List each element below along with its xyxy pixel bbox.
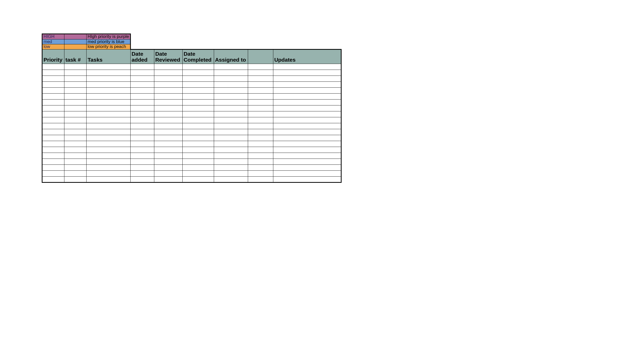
cell[interactable] bbox=[87, 123, 131, 129]
cell[interactable] bbox=[87, 111, 131, 117]
cell[interactable] bbox=[273, 105, 341, 111]
cell[interactable] bbox=[182, 88, 214, 94]
cell[interactable] bbox=[214, 129, 248, 135]
cell[interactable] bbox=[273, 117, 341, 123]
legend-desc-low[interactable]: low priority is peach bbox=[87, 44, 131, 50]
cell[interactable] bbox=[273, 177, 341, 183]
cell[interactable] bbox=[64, 141, 87, 147]
cell[interactable] bbox=[273, 153, 341, 159]
cell[interactable] bbox=[248, 70, 273, 76]
cell[interactable] bbox=[64, 70, 87, 76]
cell[interactable] bbox=[154, 147, 182, 153]
cell[interactable] bbox=[64, 64, 87, 70]
cell[interactable] bbox=[214, 100, 248, 105]
cell[interactable] bbox=[87, 129, 131, 135]
cell[interactable] bbox=[64, 165, 87, 171]
cell[interactable] bbox=[154, 123, 182, 129]
cell[interactable] bbox=[182, 94, 214, 100]
cell[interactable] bbox=[154, 94, 182, 100]
cell[interactable] bbox=[182, 171, 214, 177]
cell[interactable] bbox=[130, 100, 154, 105]
cell[interactable] bbox=[154, 70, 182, 76]
header-tasks[interactable]: Tasks bbox=[87, 50, 131, 64]
cell[interactable] bbox=[87, 147, 131, 153]
cell[interactable] bbox=[182, 129, 214, 135]
cell[interactable] bbox=[64, 135, 87, 141]
cell[interactable] bbox=[87, 177, 131, 183]
cell[interactable] bbox=[87, 117, 131, 123]
cell[interactable] bbox=[154, 88, 182, 94]
cell[interactable] bbox=[182, 147, 214, 153]
cell[interactable] bbox=[154, 159, 182, 165]
cell[interactable] bbox=[64, 147, 87, 153]
cell[interactable] bbox=[182, 135, 214, 141]
cell[interactable] bbox=[87, 100, 131, 105]
cell[interactable] bbox=[154, 117, 182, 123]
cell[interactable] bbox=[130, 82, 154, 88]
cell[interactable] bbox=[214, 159, 248, 165]
cell[interactable] bbox=[182, 141, 214, 147]
legend-cell[interactable] bbox=[64, 34, 87, 39]
cell[interactable] bbox=[42, 70, 64, 76]
cell[interactable] bbox=[182, 100, 214, 105]
cell[interactable] bbox=[64, 94, 87, 100]
cell[interactable] bbox=[273, 141, 341, 147]
cell[interactable] bbox=[130, 147, 154, 153]
cell[interactable] bbox=[64, 100, 87, 105]
header-task-num[interactable]: task # bbox=[64, 50, 87, 64]
cell[interactable] bbox=[42, 88, 64, 94]
cell[interactable] bbox=[154, 141, 182, 147]
cell[interactable] bbox=[214, 82, 248, 88]
cell[interactable] bbox=[248, 82, 273, 88]
cell[interactable] bbox=[87, 105, 131, 111]
cell[interactable] bbox=[214, 76, 248, 82]
cell[interactable] bbox=[214, 135, 248, 141]
cell[interactable] bbox=[130, 117, 154, 123]
cell[interactable] bbox=[248, 100, 273, 105]
cell[interactable] bbox=[87, 82, 131, 88]
cell[interactable] bbox=[87, 159, 131, 165]
cell[interactable] bbox=[42, 159, 64, 165]
cell[interactable] bbox=[42, 177, 64, 183]
cell[interactable] bbox=[248, 111, 273, 117]
cell[interactable] bbox=[248, 117, 273, 123]
cell[interactable] bbox=[130, 141, 154, 147]
cell[interactable] bbox=[273, 70, 341, 76]
cell[interactable] bbox=[182, 159, 214, 165]
cell[interactable] bbox=[214, 94, 248, 100]
cell[interactable] bbox=[64, 88, 87, 94]
cell[interactable] bbox=[273, 88, 341, 94]
cell[interactable] bbox=[87, 94, 131, 100]
cell[interactable] bbox=[248, 88, 273, 94]
cell[interactable] bbox=[248, 165, 273, 171]
cell[interactable] bbox=[130, 135, 154, 141]
cell[interactable] bbox=[130, 94, 154, 100]
legend-cell[interactable] bbox=[64, 39, 87, 44]
legend-label-low[interactable]: low bbox=[42, 44, 64, 50]
cell[interactable] bbox=[42, 129, 64, 135]
cell[interactable] bbox=[214, 177, 248, 183]
cell[interactable] bbox=[248, 141, 273, 147]
cell[interactable] bbox=[64, 82, 87, 88]
cell[interactable] bbox=[154, 153, 182, 159]
cell[interactable] bbox=[154, 111, 182, 117]
cell[interactable] bbox=[214, 88, 248, 94]
cell[interactable] bbox=[214, 147, 248, 153]
cell[interactable] bbox=[214, 165, 248, 171]
cell[interactable] bbox=[273, 171, 341, 177]
header-date-reviewed[interactable]: Date Reviewed bbox=[154, 50, 182, 64]
cell[interactable] bbox=[214, 105, 248, 111]
header-date-added[interactable]: Date added bbox=[130, 50, 154, 64]
cell[interactable] bbox=[130, 165, 154, 171]
cell[interactable] bbox=[273, 100, 341, 105]
cell[interactable] bbox=[273, 159, 341, 165]
cell[interactable] bbox=[64, 123, 87, 129]
cell[interactable] bbox=[182, 153, 214, 159]
cell[interactable] bbox=[273, 165, 341, 171]
cell[interactable] bbox=[42, 117, 64, 123]
cell[interactable] bbox=[182, 76, 214, 82]
cell[interactable] bbox=[87, 141, 131, 147]
cell[interactable] bbox=[64, 177, 87, 183]
cell[interactable] bbox=[248, 135, 273, 141]
cell[interactable] bbox=[130, 105, 154, 111]
